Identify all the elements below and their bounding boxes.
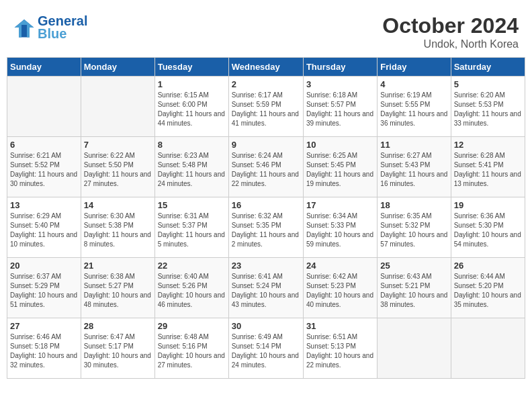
column-header-sunday: Sunday [7,58,81,77]
column-header-wednesday: Wednesday [228,58,303,77]
day-number: 4 [380,79,447,89]
day-number: 14 [84,200,152,210]
calendar-day [378,318,451,379]
day-number: 25 [380,261,447,271]
day-number: 22 [158,261,226,271]
column-header-tuesday: Tuesday [154,58,228,77]
day-info: Sunrise: 6:20 AM Sunset: 5:53 PM Dayligh… [454,91,522,128]
day-number: 23 [232,261,300,271]
calendar-week-4: 20Sunrise: 6:37 AM Sunset: 5:29 PM Dayli… [7,258,525,318]
calendar-day: 28Sunrise: 6:47 AM Sunset: 5:17 PM Dayli… [81,318,154,379]
day-info: Sunrise: 6:15 AM Sunset: 6:00 PM Dayligh… [158,91,226,128]
day-number: 31 [306,321,374,331]
calendar-day: 25Sunrise: 6:43 AM Sunset: 5:21 PM Dayli… [378,258,451,318]
calendar-day: 20Sunrise: 6:37 AM Sunset: 5:29 PM Dayli… [7,258,81,318]
day-info: Sunrise: 6:27 AM Sunset: 5:43 PM Dayligh… [380,151,447,189]
calendar-day [451,318,525,379]
day-number: 28 [84,321,152,331]
column-header-saturday: Saturday [451,58,525,77]
day-info: Sunrise: 6:17 AM Sunset: 5:59 PM Dayligh… [232,91,300,128]
calendar-day: 16Sunrise: 6:32 AM Sunset: 5:35 PM Dayli… [228,197,303,258]
calendar-day: 15Sunrise: 6:31 AM Sunset: 5:37 PM Dayli… [154,197,228,258]
calendar-day: 3Sunrise: 6:18 AM Sunset: 5:57 PM Daylig… [303,77,377,137]
day-number: 15 [158,200,226,210]
column-header-monday: Monday [81,58,154,77]
day-number: 11 [380,140,447,150]
day-number: 17 [306,200,374,210]
calendar-day [7,77,81,137]
calendar-day: 13Sunrise: 6:29 AM Sunset: 5:40 PM Dayli… [7,197,81,258]
calendar-day: 23Sunrise: 6:41 AM Sunset: 5:24 PM Dayli… [228,258,303,318]
day-number: 24 [306,261,374,271]
day-number: 18 [380,200,447,210]
calendar-week-3: 13Sunrise: 6:29 AM Sunset: 5:40 PM Dayli… [7,197,525,258]
day-number: 6 [10,140,78,150]
calendar-header-row: SundayMondayTuesdayWednesdayThursdayFrid… [7,58,525,77]
day-info: Sunrise: 6:51 AM Sunset: 5:13 PM Dayligh… [306,332,374,370]
day-info: Sunrise: 6:34 AM Sunset: 5:33 PM Dayligh… [306,212,374,249]
day-info: Sunrise: 6:38 AM Sunset: 5:27 PM Dayligh… [84,272,152,310]
day-info: Sunrise: 6:35 AM Sunset: 5:32 PM Dayligh… [380,212,447,249]
calendar-title: October 2024 [382,13,519,38]
calendar-day: 5Sunrise: 6:20 AM Sunset: 5:53 PM Daylig… [451,77,525,137]
day-info: Sunrise: 6:29 AM Sunset: 5:40 PM Dayligh… [10,212,78,249]
calendar-day: 10Sunrise: 6:25 AM Sunset: 5:45 PM Dayli… [303,137,377,197]
calendar-day: 2Sunrise: 6:17 AM Sunset: 5:59 PM Daylig… [228,77,303,137]
day-info: Sunrise: 6:36 AM Sunset: 5:30 PM Dayligh… [454,212,522,249]
calendar-day: 11Sunrise: 6:27 AM Sunset: 5:43 PM Dayli… [378,137,451,197]
calendar-day: 18Sunrise: 6:35 AM Sunset: 5:32 PM Dayli… [378,197,451,258]
day-number: 5 [454,79,522,89]
day-number: 2 [232,79,300,89]
calendar-day: 17Sunrise: 6:34 AM Sunset: 5:33 PM Dayli… [303,197,377,258]
day-info: Sunrise: 6:46 AM Sunset: 5:18 PM Dayligh… [10,332,78,370]
day-info: Sunrise: 6:31 AM Sunset: 5:37 PM Dayligh… [158,212,226,249]
calendar-week-5: 27Sunrise: 6:46 AM Sunset: 5:18 PM Dayli… [7,318,525,379]
day-number: 3 [306,79,374,89]
column-header-friday: Friday [378,58,451,77]
day-number: 29 [158,321,226,331]
day-info: Sunrise: 6:47 AM Sunset: 5:17 PM Dayligh… [84,332,152,370]
calendar-week-1: 1Sunrise: 6:15 AM Sunset: 6:00 PM Daylig… [7,77,525,137]
calendar-day: 14Sunrise: 6:30 AM Sunset: 5:38 PM Dayli… [81,197,154,258]
logo-text: General Blue [38,13,87,42]
calendar-day: 8Sunrise: 6:23 AM Sunset: 5:48 PM Daylig… [154,137,228,197]
day-info: Sunrise: 6:30 AM Sunset: 5:38 PM Dayligh… [84,212,152,249]
day-number: 19 [454,200,522,210]
calendar-table: SundayMondayTuesdayWednesdayThursdayFrid… [7,57,525,379]
day-info: Sunrise: 6:28 AM Sunset: 5:41 PM Dayligh… [454,151,522,189]
calendar-week-2: 6Sunrise: 6:21 AM Sunset: 5:52 PM Daylig… [7,137,525,197]
page-header: General Blue October 2024 Undok, North K… [7,7,525,54]
calendar-title-block: October 2024 Undok, North Korea [382,13,519,50]
day-info: Sunrise: 6:41 AM Sunset: 5:24 PM Dayligh… [232,272,300,310]
day-info: Sunrise: 6:19 AM Sunset: 5:55 PM Dayligh… [380,91,447,128]
calendar-day: 24Sunrise: 6:42 AM Sunset: 5:23 PM Dayli… [303,258,377,318]
day-info: Sunrise: 6:40 AM Sunset: 5:26 PM Dayligh… [158,272,226,310]
day-info: Sunrise: 6:22 AM Sunset: 5:50 PM Dayligh… [84,151,152,189]
day-number: 10 [306,140,374,150]
day-number: 8 [158,140,226,150]
calendar-day: 4Sunrise: 6:19 AM Sunset: 5:55 PM Daylig… [378,77,451,137]
day-number: 20 [10,261,78,271]
calendar-day: 19Sunrise: 6:36 AM Sunset: 5:30 PM Dayli… [451,197,525,258]
day-number: 27 [10,321,78,331]
calendar-day: 7Sunrise: 6:22 AM Sunset: 5:50 PM Daylig… [81,137,154,197]
calendar-day: 21Sunrise: 6:38 AM Sunset: 5:27 PM Dayli… [81,258,154,318]
day-info: Sunrise: 6:21 AM Sunset: 5:52 PM Dayligh… [10,151,78,189]
calendar-day: 22Sunrise: 6:40 AM Sunset: 5:26 PM Dayli… [154,258,228,318]
day-number: 26 [454,261,522,271]
day-info: Sunrise: 6:32 AM Sunset: 5:35 PM Dayligh… [232,212,300,249]
calendar-subtitle: Undok, North Korea [382,38,519,50]
day-info: Sunrise: 6:43 AM Sunset: 5:21 PM Dayligh… [380,272,447,310]
calendar-day: 29Sunrise: 6:48 AM Sunset: 5:16 PM Dayli… [154,318,228,379]
day-number: 16 [232,200,300,210]
day-info: Sunrise: 6:42 AM Sunset: 5:23 PM Dayligh… [306,272,374,310]
day-number: 7 [84,140,152,150]
calendar-day: 31Sunrise: 6:51 AM Sunset: 5:13 PM Dayli… [303,318,377,379]
calendar-day: 1Sunrise: 6:15 AM Sunset: 6:00 PM Daylig… [154,77,228,137]
day-info: Sunrise: 6:44 AM Sunset: 5:20 PM Dayligh… [454,272,522,310]
day-info: Sunrise: 6:25 AM Sunset: 5:45 PM Dayligh… [306,151,374,189]
calendar-day: 12Sunrise: 6:28 AM Sunset: 5:41 PM Dayli… [451,137,525,197]
day-info: Sunrise: 6:24 AM Sunset: 5:46 PM Dayligh… [232,151,300,189]
day-info: Sunrise: 6:37 AM Sunset: 5:29 PM Dayligh… [10,272,78,310]
day-info: Sunrise: 6:18 AM Sunset: 5:57 PM Dayligh… [306,91,374,128]
